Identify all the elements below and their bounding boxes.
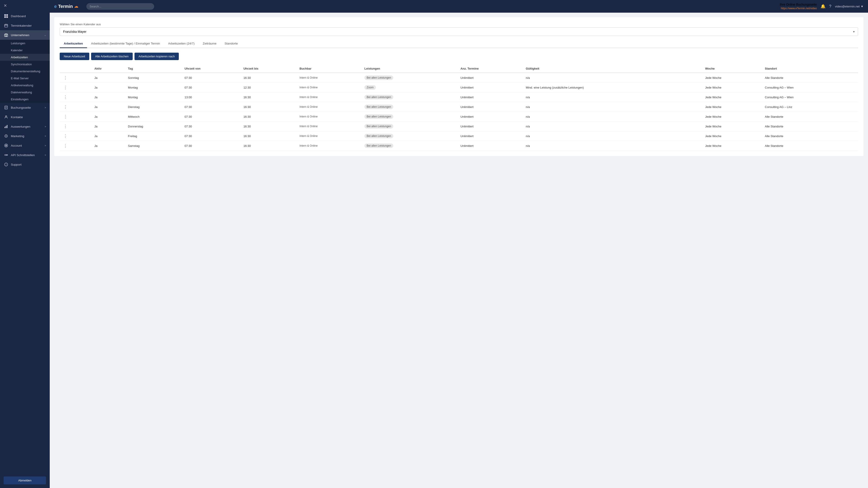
chart-icon — [4, 124, 8, 129]
col-uhrzeit-von: Uhrzeit von — [182, 65, 241, 73]
row-standort: Alle Standorte — [763, 141, 858, 151]
row-buchbar: Intern & Online — [297, 131, 362, 141]
sidebar-item-support[interactable]: ? Support — [0, 160, 50, 169]
user-menu[interactable]: video@etermin.net ▼ — [835, 5, 864, 8]
row-menu[interactable]: ⋮ — [60, 92, 92, 102]
sidebar-item-label: Terminkalender — [11, 24, 46, 27]
svg-point-18 — [5, 116, 7, 117]
search-input[interactable] — [86, 3, 154, 10]
sidebar-item-buchungsseite[interactable]: Buchungsseite > — [0, 103, 50, 112]
sidebar-subitem-kalender[interactable]: Kalender — [0, 47, 50, 54]
sidebar-subitem-artikelverwaltung[interactable]: Artikelverwaltung — [0, 82, 50, 89]
row-menu[interactable]: ⋮ — [60, 122, 92, 131]
row-woche: Jede Woche — [703, 102, 763, 112]
row-gueltigkeit: Mind. eine Leistung (zusätzliche Leistun… — [524, 83, 703, 92]
sidebar-subitem-einstellungen[interactable]: Einstellungen — [0, 96, 50, 103]
sidebar-subitem-dokumentenerstellung[interactable]: Dokumentenerstellung — [0, 68, 50, 75]
table-row: ⋮ Ja Mittwoch 07:30 16:30 Intern & Onlin… — [60, 112, 858, 122]
row-uhrzeit-bis: 16:30 — [241, 141, 297, 151]
three-dots-icon[interactable]: ⋮ — [62, 124, 69, 129]
sidebar-item-account[interactable]: Account > — [0, 141, 50, 150]
contacts-icon — [4, 115, 8, 120]
row-menu[interactable]: ⋮ — [60, 102, 92, 112]
row-tag: Donnerstag — [126, 122, 182, 131]
row-gueltigkeit: n/a — [524, 73, 703, 83]
col-leistungen: Leistungen — [362, 65, 458, 73]
sidebar-item-dashboard[interactable]: Dashboard — [0, 11, 50, 21]
row-gueltigkeit: n/a — [524, 112, 703, 122]
sidebar-subitem-synchronisation[interactable]: Synchronisation — [0, 61, 50, 68]
svg-rect-0 — [4, 14, 6, 16]
sidebar-subitem-arbeitszeiten[interactable]: Arbeitszeiten — [0, 54, 50, 61]
row-menu[interactable]: ⋮ — [60, 131, 92, 141]
sidebar-subitem-dateiverwaltung[interactable]: Dateiverwaltung — [0, 89, 50, 96]
col-uhrzeit-bis: Uhrzeit bis — [241, 65, 297, 73]
row-aktiv: Ja — [92, 83, 126, 92]
row-uhrzeit-von: 07:30 — [182, 112, 241, 122]
row-leistungen: Bei allen Leistungen — [362, 102, 458, 112]
table-row: ⋮ Ja Donnerstag 07:30 16:30 Intern & Onl… — [60, 122, 858, 131]
three-dots-icon[interactable]: ⋮ — [62, 143, 69, 149]
row-woche: Jede Woche — [703, 141, 763, 151]
svg-rect-21 — [7, 125, 7, 128]
col-aktiv: Aktiv — [92, 65, 126, 73]
three-dots-icon[interactable]: ⋮ — [62, 104, 69, 109]
help-icon[interactable]: ? — [829, 4, 831, 9]
tab-standorte[interactable]: Standorte — [221, 39, 242, 48]
calendar-icon — [4, 23, 8, 28]
row-aktiv: Ja — [92, 131, 126, 141]
calendar-dropdown[interactable]: Franziska Mayer ▾ — [60, 27, 858, 36]
sidebar-subitem-leistungen[interactable]: Leistungen — [0, 40, 50, 47]
logout-button[interactable]: Abmelden — [4, 477, 46, 484]
sidebar-item-marketing[interactable]: Marketing > — [0, 131, 50, 141]
three-dots-icon[interactable]: ⋮ — [62, 94, 69, 100]
close-button[interactable]: ✕ — [0, 0, 50, 11]
row-tag: Sonntag — [126, 73, 182, 83]
row-menu[interactable]: ⋮ — [60, 73, 92, 83]
row-anz-termine: Unlimitiert — [458, 112, 524, 122]
row-menu[interactable]: ⋮ — [60, 83, 92, 92]
row-tag: Mittwoch — [126, 112, 182, 122]
sidebar-item-kontakte[interactable]: Kontakte — [0, 112, 50, 122]
kopieren-nach-button[interactable]: Arbeitszeiten kopieren nach — [134, 53, 179, 60]
sidebar-item-auswertungen[interactable]: Auswertungen > — [0, 122, 50, 131]
sidebar-subitem-email-server[interactable]: E-Mail Server — [0, 75, 50, 82]
row-buchbar: Intern & Online — [297, 83, 362, 92]
row-anz-termine: Unlimitiert — [458, 131, 524, 141]
svg-rect-3 — [6, 16, 8, 18]
booking-link[interactable]: https://www.eTermin.net/video — [781, 7, 817, 10]
svg-rect-19 — [4, 127, 5, 128]
row-woche: Jede Woche — [703, 122, 763, 131]
sidebar-item-terminkalender[interactable]: Terminkalender — [0, 21, 50, 30]
sidebar-item-label: Account — [11, 144, 42, 147]
tab-bestimmte-tage[interactable]: Arbeitszeiten (bestimmte Tage) / Einmali… — [87, 39, 164, 48]
alle-loeschen-button[interactable]: Alle Arbeitszeiten löschen — [91, 53, 133, 60]
row-uhrzeit-bis: 16:30 — [241, 112, 297, 122]
three-dots-icon[interactable]: ⋮ — [62, 133, 69, 139]
sidebar-item-unternehmen[interactable]: Unternehmen ⌄ — [0, 30, 50, 40]
row-leistungen: Bei allen Leistungen — [362, 131, 458, 141]
three-dots-icon[interactable]: ⋮ — [62, 75, 69, 80]
calendar-selector: Wählen Sie einen Kalender aus Franziska … — [60, 23, 858, 36]
row-standort: Consulting AG – Wien — [763, 92, 858, 102]
row-aktiv: Ja — [92, 102, 126, 112]
svg-rect-11 — [6, 35, 6, 35]
row-menu[interactable]: ⋮ — [60, 112, 92, 122]
three-dots-icon[interactable]: ⋮ — [62, 85, 69, 90]
row-gueltigkeit: n/a — [524, 92, 703, 102]
sidebar-item-label: API Schnittstellen — [11, 153, 42, 157]
neue-arbeitszeit-button[interactable]: Neue Arbeitszeit — [60, 53, 89, 60]
chevron-icon: > — [45, 125, 46, 128]
table-row: ⋮ Ja Montag 07:30 12:30 Intern & Online … — [60, 83, 858, 92]
row-anz-termine: Unlimitiert — [458, 102, 524, 112]
tab-arbeitszeiten[interactable]: Arbeitszeiten — [60, 39, 87, 48]
tab-247[interactable]: Arbeitszeiten (24/7) — [164, 39, 199, 48]
three-dots-icon[interactable]: ⋮ — [62, 114, 69, 119]
logo-termin: Termin — [58, 4, 73, 9]
notification-icon[interactable]: 🔔 — [820, 4, 826, 9]
svg-rect-4 — [4, 24, 8, 27]
sidebar-item-api[interactable]: API Schnittstellen > — [0, 150, 50, 160]
row-menu[interactable]: ⋮ — [60, 141, 92, 151]
row-leistungen: Zoom — [362, 83, 458, 92]
tab-zeitraeume[interactable]: Zeiträume — [199, 39, 221, 48]
